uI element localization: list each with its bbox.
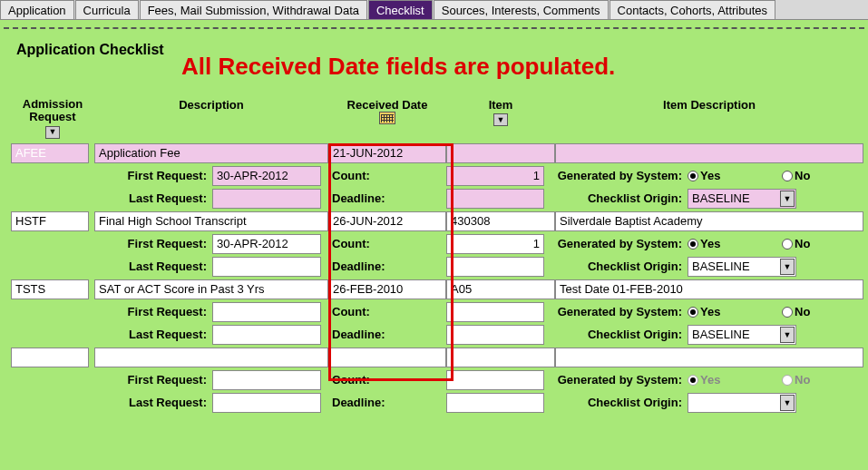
- tab-fees-mail-submission-withdrawal-data[interactable]: Fees, Mail Submission, Withdrawal Data: [140, 0, 367, 19]
- item-input[interactable]: [446, 211, 555, 231]
- last-request-input[interactable]: [212, 325, 321, 345]
- column-headers: Admission Request ▼ Description Received…: [11, 96, 857, 141]
- tab-curricula[interactable]: Curricula: [75, 0, 139, 19]
- admission-code-input[interactable]: [11, 143, 89, 163]
- chevron-down-icon: ▼: [780, 395, 795, 411]
- checklist-origin-label: Checklist Origin:: [548, 259, 688, 273]
- item-description-input[interactable]: [555, 279, 863, 299]
- last-request-input[interactable]: [212, 393, 321, 413]
- received-date-input[interactable]: [328, 348, 446, 367]
- tab-sources-interests-comments[interactable]: Sources, Interests, Comments: [434, 0, 609, 19]
- chevron-down-icon: ▼: [780, 191, 795, 207]
- generated-by-system-label: Generated by System:: [548, 305, 688, 318]
- last-request-label: Last Request:: [94, 191, 212, 205]
- count-label: Count:: [328, 169, 446, 182]
- col-received-date: Received Date: [328, 96, 446, 141]
- first-request-input[interactable]: [212, 302, 321, 322]
- deadline-label: Deadline:: [328, 259, 446, 273]
- received-date-input[interactable]: [328, 143, 446, 163]
- count-input[interactable]: [446, 302, 544, 322]
- description-input[interactable]: [94, 348, 328, 367]
- count-label: Count:: [328, 237, 446, 250]
- first-request-label: First Request:: [94, 237, 212, 250]
- checklist-origin-select[interactable]: BASELINE▼: [688, 257, 796, 277]
- item-description-input[interactable]: [555, 143, 863, 163]
- description-input[interactable]: [94, 279, 328, 299]
- deadline-label: Deadline:: [328, 396, 446, 409]
- checklist-subrow-2: Last Request:Deadline:Checklist Origin:B…: [11, 189, 857, 209]
- col-admission-request: Admission Request ▼: [11, 96, 94, 141]
- checklist-row: [11, 143, 857, 163]
- col-item-description: Item Description: [555, 96, 863, 141]
- tab-bar: ApplicationCurriculaFees, Mail Submissio…: [0, 0, 868, 20]
- first-request-input[interactable]: [212, 234, 321, 254]
- checklist-subrow-2: Last Request:Deadline:Checklist Origin:▼: [11, 393, 857, 413]
- first-request-label: First Request:: [94, 373, 212, 387]
- tab-contacts-cohorts-attributes[interactable]: Contacts, Cohorts, Attributes: [610, 0, 775, 19]
- checklist-origin-label: Checklist Origin:: [548, 191, 688, 205]
- item-input[interactable]: [446, 348, 555, 367]
- tab-application[interactable]: Application: [0, 0, 74, 19]
- generated-by-system-label: Generated by System:: [548, 169, 688, 182]
- count-input[interactable]: [446, 166, 544, 186]
- chevron-down-icon: ▼: [780, 327, 795, 343]
- first-request-label: First Request:: [94, 169, 212, 182]
- generated-no-radio[interactable]: No: [782, 305, 865, 318]
- checklist-row: [11, 348, 857, 367]
- deadline-input[interactable]: [446, 189, 544, 209]
- col-item: Item ▼: [446, 96, 555, 141]
- count-input[interactable]: [446, 370, 544, 390]
- chevron-down-icon: ▼: [780, 259, 795, 275]
- received-date-input[interactable]: [328, 211, 446, 231]
- checklist-subrow-1: First Request:Count:Generated by System:…: [11, 370, 857, 390]
- checklist-origin-select[interactable]: ▼: [688, 393, 796, 413]
- last-request-input[interactable]: [212, 257, 321, 277]
- last-request-input[interactable]: [212, 189, 321, 209]
- first-request-input[interactable]: [212, 370, 321, 390]
- content-area: Application Checklist All Received Date …: [0, 29, 868, 413]
- generated-no-radio: No: [782, 373, 865, 387]
- last-request-label: Last Request:: [94, 328, 212, 341]
- count-label: Count:: [328, 305, 446, 318]
- checklist-origin-select[interactable]: BASELINE▼: [688, 189, 796, 209]
- deadline-input[interactable]: [446, 393, 544, 413]
- checklist-subrow-1: First Request:Count:Generated by System:…: [11, 234, 857, 254]
- item-dropdown[interactable]: ▼: [493, 113, 508, 126]
- deadline-input[interactable]: [446, 257, 544, 277]
- count-input[interactable]: [446, 234, 544, 254]
- checklist-row: [11, 211, 857, 231]
- deadline-label: Deadline:: [328, 191, 446, 205]
- generated-no-radio[interactable]: No: [782, 237, 865, 250]
- checklist-origin-select[interactable]: BASELINE▼: [688, 325, 796, 345]
- item-input[interactable]: [446, 143, 555, 163]
- item-description-input[interactable]: [555, 348, 863, 367]
- col-description: Description: [94, 96, 328, 141]
- generated-yes-radio: Yes: [688, 373, 746, 387]
- deadline-input[interactable]: [446, 325, 544, 345]
- generated-yes-radio[interactable]: Yes: [688, 305, 746, 318]
- generated-no-radio[interactable]: No: [782, 169, 865, 182]
- checklist-subrow-2: Last Request:Deadline:Checklist Origin:B…: [11, 325, 857, 345]
- admission-code-input[interactable]: [11, 211, 89, 231]
- generated-yes-radio[interactable]: Yes: [688, 169, 746, 182]
- deadline-label: Deadline:: [328, 328, 446, 341]
- checklist-origin-label: Checklist Origin:: [548, 328, 688, 341]
- tab-checklist[interactable]: Checklist: [368, 0, 433, 19]
- description-input[interactable]: [94, 143, 328, 163]
- item-input[interactable]: [446, 279, 555, 299]
- last-request-label: Last Request:: [94, 259, 212, 273]
- checklist-subrow-1: First Request:Count:Generated by System:…: [11, 302, 857, 322]
- checklist-row: [11, 279, 857, 299]
- generated-by-system-label: Generated by System:: [548, 237, 688, 250]
- separator: [4, 20, 864, 29]
- calendar-icon[interactable]: [379, 112, 395, 124]
- generated-yes-radio[interactable]: Yes: [688, 237, 746, 250]
- description-input[interactable]: [94, 211, 328, 231]
- admission-request-dropdown[interactable]: ▼: [45, 126, 60, 139]
- admission-code-input[interactable]: [11, 279, 89, 299]
- received-date-input[interactable]: [328, 279, 446, 299]
- last-request-label: Last Request:: [94, 396, 212, 409]
- first-request-input[interactable]: [212, 166, 321, 186]
- item-description-input[interactable]: [555, 211, 863, 231]
- admission-code-input[interactable]: [11, 348, 89, 367]
